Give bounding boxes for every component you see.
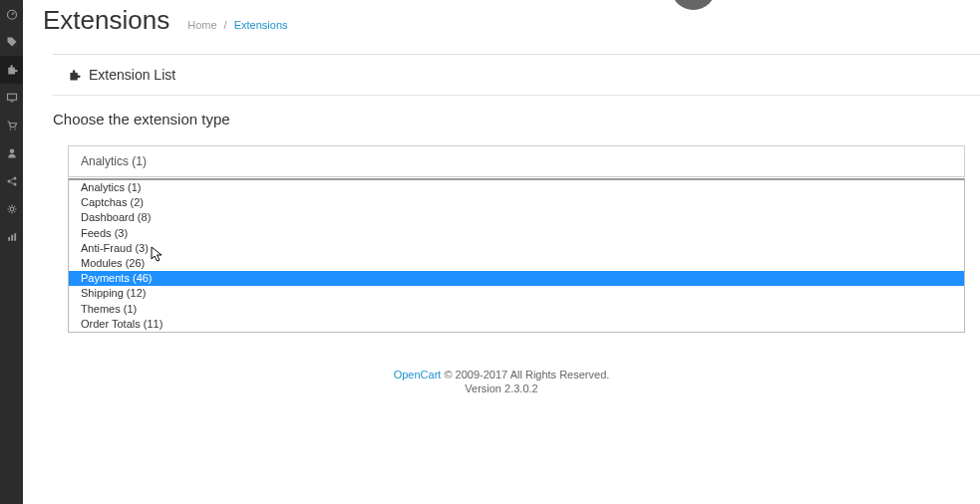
dropdown-option[interactable]: Modules (26) — [69, 256, 964, 271]
panel-subtitle: Choose the extension type — [53, 111, 965, 127]
svg-rect-1 — [7, 94, 16, 100]
dropdown-option[interactable]: Payments (46) — [69, 271, 964, 286]
user-icon — [6, 147, 18, 159]
sidebar-marketing[interactable] — [0, 167, 23, 195]
sidebar-sales[interactable] — [0, 112, 23, 139]
sidebar-design[interactable] — [0, 84, 23, 112]
breadcrumb-home[interactable]: Home — [187, 19, 216, 31]
dropdown-option[interactable]: Themes (1) — [69, 302, 964, 317]
panel-heading: Extension List — [53, 55, 980, 96]
cart-icon — [6, 120, 18, 131]
breadcrumb-current[interactable]: Extensions — [234, 19, 288, 31]
dropdown-option[interactable]: Analytics (1) — [69, 180, 964, 195]
svg-point-8 — [10, 207, 14, 211]
svg-point-3 — [14, 128, 16, 130]
panel: Extension List Choose the extension type… — [53, 54, 980, 192]
breadcrumb: Home / Extensions — [187, 19, 287, 31]
footer-brand-link[interactable]: OpenCart — [394, 369, 442, 380]
svg-point-7 — [13, 183, 16, 186]
sidebar-extensions[interactable] — [0, 56, 23, 84]
page-header: Extensions Home / Extensions — [23, 0, 980, 36]
svg-point-6 — [13, 177, 16, 180]
svg-rect-9 — [8, 237, 10, 241]
sidebar-reports[interactable] — [0, 223, 23, 251]
panel-heading-text: Extension List — [89, 67, 175, 83]
dropdown-option[interactable]: Dashboard (8) — [69, 210, 964, 225]
sidebar-dashboard[interactable] — [0, 0, 23, 28]
svg-point-2 — [9, 128, 11, 130]
sidebar-system[interactable] — [0, 195, 23, 223]
select-current[interactable]: Analytics (1) — [68, 145, 965, 177]
svg-point-4 — [9, 149, 14, 154]
svg-rect-11 — [14, 233, 16, 241]
dropdown-option[interactable]: Shipping (12) — [69, 286, 964, 301]
sidebar-catalog[interactable] — [0, 28, 23, 56]
extension-type-dropdown[interactable]: Analytics (1)Captchas (2)Dashboard (8)Fe… — [68, 178, 965, 333]
dropdown-option[interactable]: Feeds (3) — [69, 226, 964, 241]
footer-version: Version 2.3.0.2 — [23, 382, 980, 394]
dropdown-option[interactable]: Captchas (2) — [69, 195, 964, 210]
panel-body: Choose the extension type An A G Analyti… — [53, 96, 980, 192]
sidebar — [0, 0, 23, 504]
monitor-icon — [6, 92, 18, 104]
extension-type-select[interactable]: Analytics (1) Analytics (1)Captchas (2)D… — [68, 145, 965, 177]
share-icon — [6, 175, 18, 187]
tag-icon — [6, 36, 18, 48]
svg-rect-10 — [11, 235, 13, 241]
footer-copyright: © 2009-2017 All Rights Reserved. — [441, 369, 609, 380]
footer: OpenCart © 2009-2017 All Rights Reserved… — [23, 369, 980, 394]
dashboard-icon — [6, 8, 18, 20]
dropdown-option[interactable]: Anti-Fraud (3) — [69, 241, 964, 256]
puzzle-icon — [6, 64, 18, 76]
gear-icon — [6, 203, 18, 215]
page-title: Extensions — [43, 5, 169, 36]
puzzle-icon — [68, 69, 81, 82]
dropdown-option[interactable]: Order Totals (11) — [69, 317, 964, 332]
sidebar-customers[interactable] — [0, 139, 23, 167]
main: Extensions Home / Extensions Extension L… — [23, 0, 980, 504]
chart-icon — [6, 231, 18, 243]
